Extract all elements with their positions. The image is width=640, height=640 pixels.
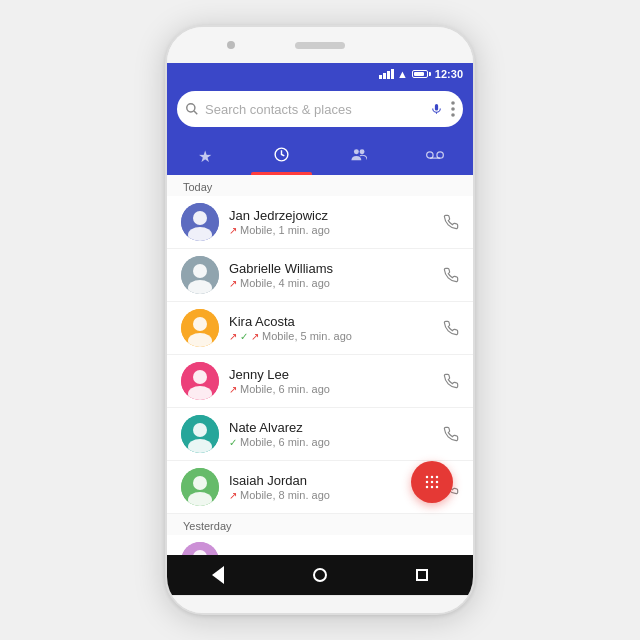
svg-point-23: [193, 370, 207, 384]
avatar: [181, 362, 219, 400]
phone-top-bar: [167, 27, 473, 63]
yesterday-section-label: Yesterday: [167, 514, 473, 535]
contact-name: Jenny Lee: [229, 367, 433, 382]
contact-sub: ↗ Mobile, 8 min. ago: [229, 489, 433, 501]
avatar: [181, 415, 219, 453]
contact-info: Isaiah Jordan ↗ Mobile, 8 min. ago: [229, 473, 433, 501]
contact-sub: ✓ Mobile, 6 min. ago: [229, 436, 433, 448]
earpiece-speaker: [295, 42, 345, 49]
clock-icon: [273, 146, 290, 167]
received-icon: ✓: [229, 437, 237, 448]
svg-point-20: [193, 317, 207, 331]
svg-line-1: [194, 111, 197, 114]
contact-name: Jan Jedrzejowicz: [229, 208, 433, 223]
contact-info: Jan Jedrzejowicz ↗ Mobile, 1 min. ago: [229, 208, 433, 236]
home-button[interactable]: [313, 568, 327, 582]
search-placeholder: Search contacts & places: [205, 102, 424, 117]
svg-point-29: [193, 476, 207, 490]
avatar: [181, 203, 219, 241]
back-button[interactable]: [212, 566, 224, 584]
contact-info: Kira Acosta ↗ ✓ ↗ Mobile, 5 min. ago: [229, 314, 433, 342]
search-icon: [185, 102, 199, 116]
call-button[interactable]: [443, 373, 459, 389]
contact-sub: ↗ Mobile, 4 min. ago: [229, 277, 433, 289]
svg-point-42: [436, 486, 439, 489]
contact-info: Kevin Chieu: [229, 554, 459, 556]
svg-point-37: [426, 481, 429, 484]
signal-icon: [379, 69, 394, 79]
svg-point-0: [187, 104, 195, 112]
phone-bottom-bar: [167, 595, 473, 613]
status-icons: ▲ 12:30: [379, 68, 463, 80]
recents-button[interactable]: [416, 569, 428, 581]
star-icon: ★: [198, 147, 212, 166]
content-area: Today Jan Jedrzejowicz ↗: [167, 175, 473, 555]
contact-info: Jenny Lee ↗ Mobile, 6 min. ago: [229, 367, 433, 395]
more-options-icon[interactable]: [451, 101, 455, 117]
voicemail-icon: [426, 147, 444, 165]
status-time: 12:30: [435, 68, 463, 80]
navigation-bar: [167, 555, 473, 595]
status-bar: ▲ 12:30: [167, 63, 473, 85]
contact-name: Gabrielle Williams: [229, 261, 433, 276]
svg-point-4: [451, 101, 455, 105]
svg-point-8: [354, 149, 359, 154]
svg-point-6: [451, 113, 455, 117]
search-bar[interactable]: Search contacts & places: [177, 91, 463, 127]
front-camera: [227, 41, 235, 49]
svg-rect-2: [435, 104, 438, 111]
wifi-icon: ▲: [397, 68, 408, 80]
svg-point-17: [193, 264, 207, 278]
tab-favorites[interactable]: ★: [167, 137, 244, 175]
svg-point-34: [426, 476, 429, 479]
call-type-icon: ↗: [229, 384, 237, 395]
call-button[interactable]: [443, 214, 459, 230]
contact-info: Gabrielle Williams ↗ Mobile, 4 min. ago: [229, 261, 433, 289]
contact-name: Kevin Chieu: [229, 554, 459, 556]
call-button[interactable]: [443, 267, 459, 283]
call-button[interactable]: [443, 426, 459, 442]
svg-point-35: [431, 476, 434, 479]
call-type-icon: ↗: [229, 331, 237, 342]
phone-screen: ▲ 12:30 Search contacts & places: [167, 63, 473, 595]
tab-voicemail[interactable]: [397, 137, 474, 175]
avatar: [181, 256, 219, 294]
check-icon: ✓: [240, 331, 248, 342]
contact-sub: ↗ Mobile, 1 min. ago: [229, 224, 433, 236]
avatar: [181, 309, 219, 347]
contact-sub: ↗ Mobile, 6 min. ago: [229, 383, 433, 395]
call-type-icon-2: ↗: [251, 331, 259, 342]
svg-point-9: [359, 149, 364, 154]
svg-point-10: [426, 152, 432, 158]
svg-point-41: [431, 486, 434, 489]
today-section-label: Today: [167, 175, 473, 196]
tabs-bar: ★: [167, 137, 473, 175]
contact-row: Gabrielle Williams ↗ Mobile, 4 min. ago: [167, 249, 473, 302]
svg-point-36: [436, 476, 439, 479]
contact-name: Nate Alvarez: [229, 420, 433, 435]
call-type-icon: ↗: [229, 225, 237, 236]
svg-point-39: [436, 481, 439, 484]
search-bar-container: Search contacts & places: [167, 85, 473, 137]
contact-sub: ↗ ✓ ↗ Mobile, 5 min. ago: [229, 330, 433, 342]
contact-row: Nate Alvarez ✓ Mobile, 6 min. ago: [167, 408, 473, 461]
svg-point-11: [437, 152, 443, 158]
svg-point-40: [426, 486, 429, 489]
phone-device: ▲ 12:30 Search contacts & places: [165, 25, 475, 615]
battery-icon: [412, 70, 428, 78]
avatar: [181, 542, 219, 555]
contacts-icon: [350, 146, 367, 167]
call-type-icon: ↗: [229, 490, 237, 501]
contact-row: Jan Jedrzejowicz ↗ Mobile, 1 min. ago: [167, 196, 473, 249]
contact-row: Kira Acosta ↗ ✓ ↗ Mobile, 5 min. ago: [167, 302, 473, 355]
tab-contacts[interactable]: [320, 137, 397, 175]
contact-name: Isaiah Jordan: [229, 473, 433, 488]
contact-row: Kevin Chieu: [167, 535, 473, 555]
avatar: [181, 468, 219, 506]
call-button[interactable]: [443, 320, 459, 336]
contact-name: Kira Acosta: [229, 314, 433, 329]
dialpad-fab-button[interactable]: [411, 461, 453, 503]
svg-point-38: [431, 481, 434, 484]
tab-recent[interactable]: [244, 137, 321, 175]
microphone-icon[interactable]: [430, 103, 443, 116]
